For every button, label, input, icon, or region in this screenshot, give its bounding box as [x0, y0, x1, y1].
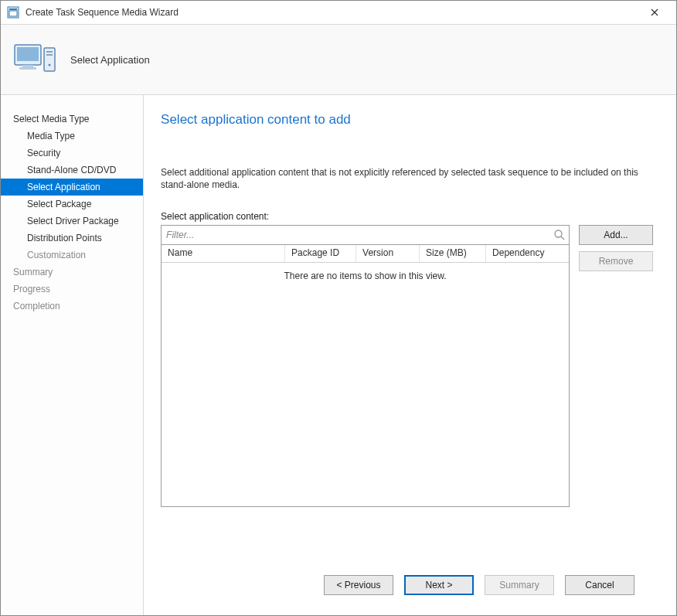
- svg-line-14: [561, 237, 564, 240]
- step-select-driver-package[interactable]: Select Driver Package: [1, 213, 143, 230]
- content-left-column: Name Package ID Version Size (MB) Depend…: [161, 225, 570, 507]
- listview-headers: Name Package ID Version Size (MB) Depend…: [162, 245, 569, 263]
- footer-buttons: < Previous Next > Summary Cancel: [161, 564, 653, 607]
- column-package-id[interactable]: Package ID: [285, 245, 356, 262]
- step-select-application[interactable]: Select Application: [1, 179, 143, 196]
- step-select-package[interactable]: Select Package: [1, 196, 143, 213]
- svg-rect-10: [46, 51, 53, 53]
- spacer: [161, 507, 653, 564]
- content-row: Name Package ID Version Size (MB) Depend…: [161, 225, 653, 507]
- titlebar: Create Task Sequence Media Wizard: [1, 1, 676, 25]
- svg-rect-8: [19, 67, 36, 70]
- step-select-media-type[interactable]: Select Media Type: [1, 111, 143, 128]
- svg-rect-11: [46, 54, 53, 56]
- step-completion[interactable]: Completion: [1, 298, 143, 315]
- svg-point-13: [555, 230, 562, 237]
- next-button[interactable]: Next >: [404, 575, 474, 595]
- step-distribution-points[interactable]: Distribution Points: [1, 230, 143, 247]
- svg-rect-6: [17, 47, 39, 61]
- close-icon: [651, 9, 658, 16]
- cancel-button[interactable]: Cancel: [565, 575, 634, 595]
- add-button[interactable]: Add...: [579, 225, 653, 245]
- column-name[interactable]: Name: [162, 245, 285, 262]
- app-icon: [7, 6, 19, 19]
- page-description: Select additional application content th…: [161, 166, 653, 191]
- wizard-steps-sidebar: Select Media Type Media Type Security St…: [1, 95, 144, 615]
- svg-rect-1: [9, 9, 17, 10]
- wizard-window: Create Task Sequence Media Wizard: [0, 0, 677, 616]
- section-label: Select application content:: [161, 211, 653, 222]
- close-button[interactable]: [639, 2, 670, 23]
- step-media-type[interactable]: Media Type: [1, 128, 143, 145]
- side-buttons: Add... Remove: [579, 225, 653, 271]
- previous-button[interactable]: < Previous: [324, 575, 393, 595]
- step-customization[interactable]: Customization: [1, 247, 143, 264]
- wizard-banner: Select Application: [1, 25, 676, 95]
- search-icon[interactable]: [553, 229, 566, 241]
- filter-wrapper: [161, 225, 570, 245]
- banner-title: Select Application: [70, 54, 150, 66]
- filter-input[interactable]: [162, 228, 569, 242]
- wizard-content: Select application content to add Select…: [144, 95, 676, 615]
- step-summary[interactable]: Summary: [1, 264, 143, 281]
- column-dependency[interactable]: Dependency: [486, 245, 569, 262]
- application-listview[interactable]: Name Package ID Version Size (MB) Depend…: [161, 245, 570, 507]
- step-progress[interactable]: Progress: [1, 281, 143, 298]
- step-security[interactable]: Security: [1, 145, 143, 162]
- svg-point-12: [49, 64, 51, 66]
- column-size[interactable]: Size (MB): [420, 245, 486, 262]
- svg-rect-2: [9, 11, 17, 16]
- summary-button: Summary: [485, 575, 554, 595]
- svg-rect-7: [22, 65, 33, 67]
- listview-empty-text: There are no items to show in this view.: [162, 263, 569, 281]
- computer-icon: [12, 42, 58, 77]
- column-version[interactable]: Version: [356, 245, 420, 262]
- page-headline: Select application content to add: [161, 112, 653, 128]
- main-area: Select Media Type Media Type Security St…: [1, 95, 676, 615]
- step-standalone-cddvd[interactable]: Stand-Alone CD/DVD: [1, 162, 143, 179]
- window-title: Create Task Sequence Media Wizard: [26, 7, 639, 18]
- remove-button: Remove: [579, 251, 653, 271]
